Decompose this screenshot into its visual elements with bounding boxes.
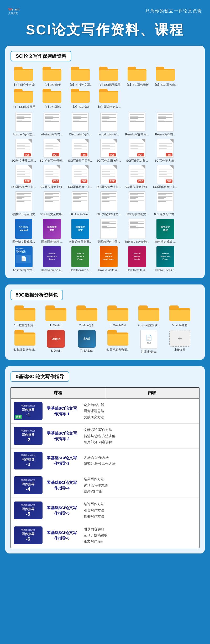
txt-icon: 📄 TXT (140, 330, 157, 349)
course-content-2: 文献综述 写作方法转述与总结 方法讲解引用部分 内容讲解 (81, 427, 196, 445)
book-icon: Abstract 写作方法 📄 (15, 246, 33, 267)
doc-label: SCI写作范大上归... (153, 185, 178, 189)
folder-label: 【0】SCI套餐 (43, 83, 61, 87)
folder-item[interactable]: 6. 批细数据分析... (10, 330, 39, 353)
folder-label: 【6】SCI写作模板 (125, 83, 149, 87)
book-item[interactable]: How toPublish aPaper How to pulish a... (39, 246, 65, 272)
doc-item[interactable]: PDF SCI写作常用句型... (96, 139, 122, 162)
doc-item[interactable]: 001 论文写作方... (152, 191, 178, 216)
course-row-4[interactable]: 零基础SCI论文 写作指导 -4 零基础SCI论文写作指导-4 结果写作方法讨论… (11, 473, 199, 498)
folder-item[interactable]: 【1】SCI写作 (39, 89, 65, 109)
svg-text:人事负责: 人事负责 (8, 12, 18, 15)
doc-item[interactable]: Abstract写作套... (10, 113, 37, 136)
book-item[interactable]: How toWrite aPaper How to Write a... (67, 246, 93, 272)
doc-icon: PDF (72, 165, 89, 184)
folder-item[interactable]: 【6】SCI写作模板 (124, 67, 150, 87)
doc-label: Discussion写作... (69, 133, 91, 136)
folder-item[interactable]: 【9】科技论文写... (67, 67, 93, 87)
doc-item[interactable]: PDF SCI写作范大上归... (10, 165, 37, 189)
doc-item[interactable]: 000 力定SCI论文... (96, 191, 122, 216)
doc-item[interactable]: PDF SCI写作范大归... (152, 139, 178, 162)
doc-item[interactable]: Results写作常用... (124, 113, 150, 136)
doc-item[interactable]: Results写作范... (152, 113, 178, 136)
doc-label: SCI论文查重二三... (11, 159, 36, 162)
book-item[interactable]: Abstract 写作方法 📄 Abstract写作方... (10, 246, 37, 272)
doc-item[interactable]: PDF SCI写作范大上归... (39, 165, 65, 189)
folder-icon (14, 89, 33, 104)
doc-item[interactable]: 美国教授对中国... (96, 219, 122, 244)
doc-item[interactable]: 细节决定成败 细节决定成败-... (152, 219, 178, 244)
folder-icon (43, 67, 61, 82)
doc-item[interactable]: PDF SCI写作范大上归... (124, 165, 150, 189)
folder-label: 5. stata经验 (172, 323, 187, 327)
folder-icon (14, 330, 35, 347)
doc-item[interactable]: PDF SCI写作范大归... (124, 139, 150, 162)
doc-item[interactable]: Introduction写... (96, 113, 122, 136)
doc-item[interactable]: PDF SCI写作范大上归... (152, 165, 178, 189)
upload-item[interactable]: ＋ 上传文件 (165, 330, 194, 353)
folder-item[interactable]: 【2】SCI投稿 (67, 89, 93, 109)
book-item[interactable]: How towrite athesis How to write a... (124, 246, 150, 272)
book-item[interactable]: AP StyleManual 国外论文投稿规... (10, 219, 37, 244)
course-row-3[interactable]: 零基础SCI论文 写作指导 -3 零基础SCI论文写作指导-3 方法论 写作方法… (11, 448, 199, 473)
doc-item[interactable]: PDF SCI论文查重二三... (10, 139, 37, 162)
book-item[interactable]: 科技论文英文 科技论文英文展... (67, 219, 93, 244)
folder-label: 7. SAS.rar (80, 349, 94, 352)
folder-label: 6. 批细数据分析... (13, 348, 36, 351)
book-icon: How toWrite aPaper (71, 246, 89, 267)
doc-item[interactable]: PDF SCI论文写作模板... (39, 139, 65, 162)
course-name-2: 零基础SCI论文写作指导-2 (43, 430, 81, 441)
txt-item[interactable]: 📄 TXT 注意事项.txt (134, 330, 163, 353)
folder-item[interactable]: 【0】SCI套餐 (39, 67, 65, 87)
folder-item[interactable]: 9. 其他必备数据... (103, 330, 132, 353)
folder-item[interactable]: 【7】SCI插图规范 (96, 67, 122, 87)
folder-item[interactable]: 4. spss教程+软... (134, 305, 163, 327)
folder-item[interactable]: 2. Meta分析 (72, 305, 101, 327)
course-content-4: 结果写作方法讨论论写作方法结果VS讨论 (81, 476, 196, 494)
folder-label: 上传文件 (174, 348, 186, 351)
doc-item[interactable]: Discussion写作... (67, 113, 93, 136)
col-header-content: 内容 (105, 388, 199, 398)
folder-item[interactable]: 10. 数据分析好... (10, 305, 39, 327)
doc-icon (44, 191, 60, 211)
doc-item[interactable]: PDF SCI写作范大上归... (67, 165, 93, 189)
course-row-6[interactable]: 零基础SCI论文 写作指导 -6 零基础SCI论文写作指导-6 附录内容讲解选刊… (11, 523, 199, 548)
book-item[interactable]: TwelveSteps to aPaper Twelve Steps t... (152, 246, 178, 272)
book-item[interactable]: 面荐而查饮料 面荐而查·饮料·... (39, 219, 65, 244)
folder-label: 2. Meta分析 (79, 323, 95, 327)
doc-item[interactable]: 000 写学术论文... (124, 191, 150, 216)
origin-item[interactable]: Origin 8. Origin (41, 330, 70, 353)
course-row-1[interactable]: 零基础SCI论文 写作指导 -1 试看 零基础SCI论文写作指导-1 论文结构讲… (11, 399, 199, 424)
svg-text:elant: elant (12, 7, 20, 11)
folder-item[interactable]: 5. stata经验 (165, 305, 194, 327)
folder-item[interactable]: 【1】SCI修改助手 (10, 89, 37, 109)
folder-label: 3. GraphPad (110, 323, 126, 327)
doc-item[interactable]: 教你写出完美论文 (10, 191, 37, 216)
book-item[interactable]: How toWrite agreat paper How to Write a.… (96, 246, 122, 272)
doc-label: Abstract写作套... (13, 133, 35, 136)
book-label: How to pulish a... (41, 268, 63, 272)
folder-item[interactable]: 【8】写论文必备... (96, 89, 122, 109)
doc-item[interactable]: 00 How to Writ... (67, 191, 93, 216)
doc-item[interactable]: Abstract写作范... (39, 113, 65, 136)
doc-item[interactable]: PDF SCI写作范大上归... (96, 165, 122, 189)
main-title-section: SCI论文写作资料、课程 (0, 19, 210, 46)
doc-label: SCI写作常用固型... (68, 159, 93, 162)
book-icon: How toPublish aPaper (43, 246, 61, 267)
sas-item[interactable]: SAS 7. SAS.rar (72, 330, 101, 353)
section1-docs-row3: PDF SCI写作范大上归... PDF SCI写作范大上归... PDF SC… (10, 165, 200, 189)
course-thumb-1: 零基础SCI论文 写作指导 -1 试看 (14, 402, 43, 420)
course-row-2[interactable]: 零基础SCI论文 写作指导 -2 零基础SCI论文写作指导-2 文献综述 写作方… (11, 424, 199, 448)
folder-item[interactable]: 【4】研究生必读 (10, 67, 37, 87)
folder-item[interactable]: 1. Minitab (41, 305, 70, 327)
doc-item[interactable]: PDF SCI写作常用固型... (67, 139, 93, 162)
doc-item[interactable]: 如何在Elsevier翻... (124, 219, 150, 244)
course-row-5[interactable]: 零基础SCI论文 写作指导 -5 零基础SCI论文写作指导-5 结论写作方法引言… (11, 498, 199, 523)
doc-item[interactable]: 0 SCI论文全攻略... (39, 191, 65, 216)
upload-icon: ＋ (169, 330, 190, 347)
doc-icon: PDF (100, 139, 117, 158)
folder-item[interactable]: 【5】SCI 写作套... (152, 67, 178, 87)
doc-icon: PDF (100, 165, 117, 184)
course-name-6: 零基础SCI论文写作指导-6 (43, 530, 81, 541)
folder-item[interactable]: 3. GraphPad (103, 305, 132, 327)
